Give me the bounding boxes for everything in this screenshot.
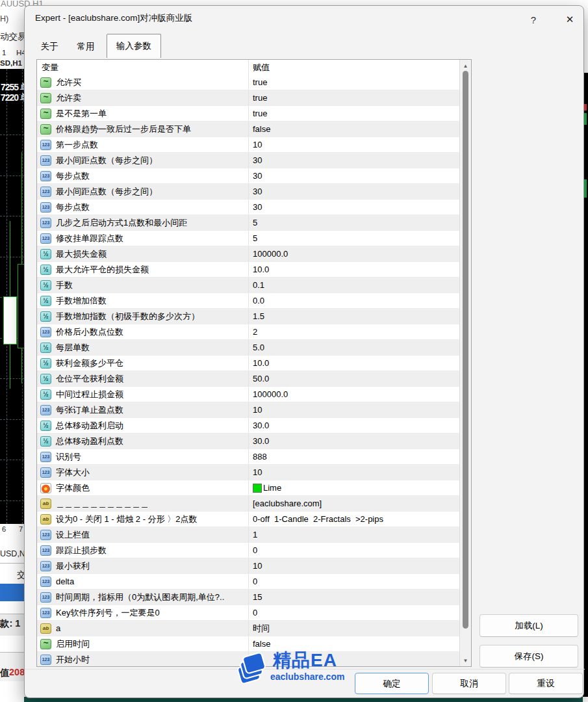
parameter-row[interactable]: 总体移动盈利启动 30.0 — [37, 418, 460, 434]
bg-chart-tab[interactable]: USD,N — [0, 549, 25, 558]
parameter-value-cell[interactable]: 0 — [249, 545, 460, 555]
ok-button[interactable]: 确定 — [355, 673, 429, 694]
bg-selected-row[interactable] — [0, 584, 24, 601]
parameter-row[interactable]: 允许买 true — [37, 75, 460, 90]
parameter-row[interactable]: 最小获利 10 — [37, 558, 460, 574]
parameter-value-cell[interactable]: 5 — [249, 233, 460, 243]
parameter-value-cell[interactable]: 10.0 — [249, 358, 460, 368]
scrollbar-thumb[interactable] — [463, 71, 468, 629]
parameter-value-cell[interactable]: 5.0 — [249, 343, 460, 352]
tab-common[interactable]: 常用 — [69, 37, 103, 57]
expert-properties-dialog: Expert - [eaclubshare.com]对冲版商业版 ? ✕ 关于 … — [24, 5, 584, 698]
parameter-row[interactable]: 手数增加指数（初级手数的多少次方） 1.5 — [37, 309, 460, 324]
bg-timeframe-1[interactable]: 1 — [2, 49, 6, 57]
parameter-value-cell[interactable]: true — [249, 77, 460, 87]
save-button[interactable]: 保存(S) — [479, 645, 578, 668]
parameter-row[interactable]: 设上栏值 1 — [37, 527, 460, 543]
parameter-row[interactable]: 获利金额多少平仓 10.0 — [37, 356, 460, 371]
close-icon[interactable]: ✕ — [560, 10, 580, 29]
parameter-value-cell[interactable]: 30 — [249, 155, 460, 165]
parameter-value-cell[interactable]: 10 — [249, 467, 460, 477]
parameter-row[interactable]: ＿＿＿＿＿＿＿＿＿＿＿ [eaclubshare.com] — [37, 496, 460, 512]
parameter-row[interactable]: 最大损失金额 100000.0 — [37, 246, 460, 262]
parameter-name-cell: 中间过程止损金额 — [37, 387, 249, 402]
parameter-value-cell[interactable]: 30 — [249, 171, 460, 181]
parameter-row[interactable]: 每张订单止盈点数 10 — [37, 402, 460, 418]
parameter-row[interactable]: 是不是第一单 true — [37, 106, 460, 122]
parameter-row[interactable]: 开始小时 0 — [37, 652, 460, 666]
parameter-value-cell[interactable]: 0 — [249, 655, 460, 664]
parameter-value-cell[interactable]: 10 — [249, 561, 460, 571]
reset-button[interactable]: 重设 — [509, 673, 583, 694]
parameter-value-cell[interactable]: 0 — [249, 577, 460, 586]
scroll-down-icon[interactable]: ▼ — [460, 656, 471, 665]
parameter-row[interactable]: 时间周期，指标用（0为默认图表周期,单位?.. 15 — [37, 590, 460, 605]
parameter-value-cell[interactable]: 10 — [249, 405, 460, 415]
parameter-value-cell[interactable]: 30 — [249, 202, 460, 212]
parameter-name-cell: 识别号 — [37, 449, 249, 464]
parameter-row[interactable]: 手数 0.1 — [37, 278, 460, 293]
parameter-value-cell[interactable]: 10 — [249, 140, 460, 150]
tab-inputs-active[interactable]: 输入参数 — [107, 34, 161, 58]
parameter-value-cell[interactable]: 100000.0 — [249, 389, 460, 399]
parameter-value-cell[interactable]: false — [249, 124, 460, 134]
parameter-value-cell[interactable]: 时间 — [249, 623, 460, 634]
parameter-row[interactable]: 几步之后启动方式1点数和最小间距 5 — [37, 215, 460, 231]
parameter-value-cell[interactable]: 1 — [249, 530, 460, 540]
tab-about[interactable]: 关于 — [34, 37, 65, 57]
parameter-row[interactable]: 价格后小数点位数 2 — [37, 324, 460, 340]
parameter-value-cell[interactable]: 30 — [249, 187, 460, 196]
parameter-value-cell[interactable]: 2 — [249, 327, 460, 337]
grid-line — [0, 419, 24, 420]
parameter-row[interactable]: 启用时间 false — [37, 636, 460, 652]
parameter-value-cell[interactable]: [eaclubshare.com] — [249, 499, 460, 508]
parameter-row[interactable]: 最大允许平仓的损失金额 10.0 — [37, 262, 460, 278]
parameter-value-cell[interactable]: 0.0 — [249, 296, 460, 306]
parameter-row[interactable]: 手数增加倍数 0.0 — [37, 293, 460, 309]
parameter-row[interactable]: 识别号 888 — [37, 449, 460, 465]
parameter-value-cell[interactable]: 0 — [249, 608, 460, 618]
scroll-up-icon[interactable]: ▲ — [460, 61, 471, 70]
parameter-row[interactable]: 每层单数 5.0 — [37, 340, 460, 356]
parameter-value-cell[interactable]: false — [249, 639, 460, 649]
load-button[interactable]: 加载(L) — [479, 614, 578, 637]
parameter-value-cell[interactable]: 100000.0 — [249, 249, 460, 259]
bg-autotrade-button-fragment[interactable]: 动交易 — [0, 31, 27, 43]
parameter-value-cell[interactable]: 30.0 — [249, 421, 460, 430]
parameter-row[interactable]: delta 0 — [37, 574, 460, 590]
parameter-value-cell[interactable]: 1.5 — [249, 311, 460, 321]
parameter-row[interactable]: 每步点数 30 — [37, 200, 460, 215]
parameter-value-cell[interactable]: 30.0 — [249, 436, 460, 446]
parameter-value-cell[interactable]: Lime — [249, 483, 460, 493]
string-type-icon — [40, 623, 51, 634]
parameter-value-cell[interactable]: true — [249, 109, 460, 118]
parameter-value-cell[interactable]: 888 — [249, 452, 460, 462]
parameter-row[interactable]: 修改挂单跟踪点数 5 — [37, 231, 460, 246]
parameter-row[interactable]: 仓位平仓获利金额 50.0 — [37, 371, 460, 387]
vertical-scrollbar[interactable]: ▲ ▼ — [459, 60, 471, 666]
parameter-row[interactable]: Key软件序列号，一定要是0 0 — [37, 605, 460, 621]
parameter-value-cell[interactable]: 10.0 — [249, 265, 460, 274]
parameter-row[interactable]: 最小间距点数（每步之间） 30 — [37, 153, 460, 168]
parameter-value-cell[interactable]: 50.0 — [249, 374, 460, 384]
parameter-row[interactable]: 中间过程止损金额 100000.0 — [37, 387, 460, 402]
parameter-row[interactable]: 总体移动盈利点数 30.0 — [37, 434, 460, 449]
parameter-row[interactable]: 允许卖 true — [37, 90, 460, 106]
cancel-button[interactable]: 取消 — [432, 673, 506, 694]
help-icon[interactable]: ? — [525, 11, 542, 28]
parameter-value-cell[interactable]: 5 — [249, 218, 460, 228]
parameter-row[interactable]: 字体颜色 Lime — [37, 480, 460, 496]
parameter-row[interactable]: 第一步点数 10 — [37, 137, 460, 153]
parameter-row[interactable]: a 时间 — [37, 621, 460, 636]
parameter-value-cell[interactable]: 0.1 — [249, 280, 460, 290]
parameter-value: 0-off 1-Candle 2-Fractals >2-pips — [253, 514, 383, 524]
parameter-row[interactable]: 设为0 - 关闭 1 - 焟烛 2 - 分形 〉2点数 0-off 1-Cand… — [37, 512, 460, 527]
parameter-row[interactable]: 字体大小 10 — [37, 465, 460, 480]
parameter-row[interactable]: 跟踪止损步数 0 — [37, 543, 460, 558]
parameter-value-cell[interactable]: 15 — [249, 592, 460, 602]
parameter-row[interactable]: 价格跟趋势一致后过一步后是否下单 false — [37, 122, 460, 137]
parameter-row[interactable]: 最小间距点数（每步之间） 30 — [37, 184, 460, 200]
parameter-value-cell[interactable]: 0-off 1-Candle 2-Fractals >2-pips — [249, 514, 460, 524]
parameter-value-cell[interactable]: true — [249, 93, 460, 103]
parameter-row[interactable]: 每步点数 30 — [37, 168, 460, 184]
